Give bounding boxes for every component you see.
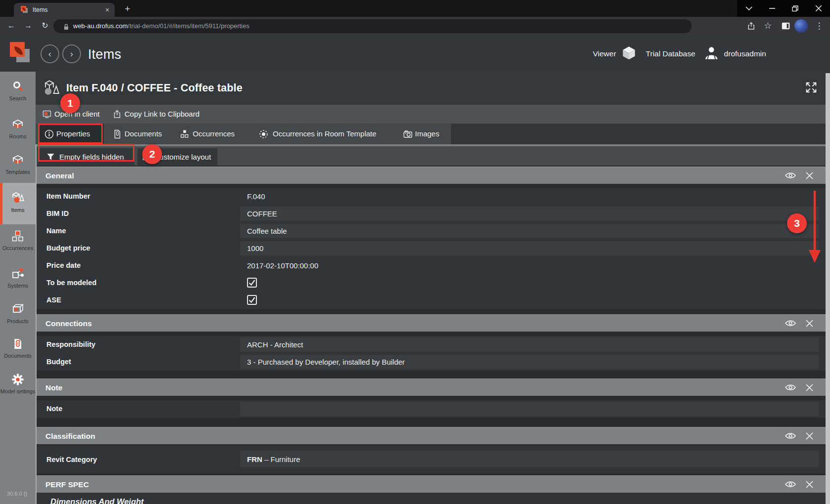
property-row-item-number: Item NumberF.040 <box>37 188 830 205</box>
tab-close-icon[interactable]: ✕ <box>104 6 111 13</box>
sidebar-item-label: Systems <box>0 283 36 289</box>
tab-search-chevron-icon[interactable] <box>737 0 760 17</box>
drofus-logo <box>10 42 39 64</box>
sidebar-item-rooms[interactable]: Rooms <box>0 117 36 148</box>
browser-forward-button[interactable]: → <box>22 19 35 32</box>
side-panel-icon[interactable] <box>779 19 792 33</box>
doc-icon <box>113 129 122 139</box>
section-header-general: General <box>36 167 830 184</box>
property-value-field[interactable] <box>240 224 819 238</box>
property-value-field[interactable] <box>240 337 819 352</box>
section-close-icon[interactable] <box>805 432 814 440</box>
open-in-client-icon <box>42 110 51 119</box>
section-close-icon[interactable] <box>805 319 814 328</box>
tab-label: Occurrences in Room Template <box>273 124 376 144</box>
tab-occurrences-in-room-template[interactable]: Occurrences in Room Template <box>253 124 396 144</box>
documents-icon <box>11 337 24 350</box>
sidebar-item-items[interactable]: Items <box>0 183 36 224</box>
property-value[interactable]: ARCH - Architect <box>247 336 303 353</box>
property-row-bim-id: BIM IDCOFFEE <box>37 205 830 222</box>
browser-tab-strip: Items ✕ + <box>0 0 830 17</box>
tab-documents[interactable]: Documents <box>107 124 171 144</box>
fullscreen-expand-icon[interactable] <box>804 81 818 94</box>
browser-reload-button[interactable]: ↻ <box>39 19 51 32</box>
page-scrollbar[interactable] <box>826 73 830 504</box>
property-label: To be modeled <box>46 274 96 292</box>
new-tab-button[interactable]: + <box>122 3 133 15</box>
property-value[interactable]: FRN – Furniture <box>247 446 300 463</box>
property-value-field[interactable] <box>240 451 819 467</box>
section-close-icon[interactable] <box>805 171 814 180</box>
tab-images[interactable]: Images <box>397 124 476 144</box>
property-row-ase: ASE <box>37 292 830 309</box>
property-label: Note <box>46 400 62 418</box>
eye-visibility-icon[interactable] <box>785 318 796 328</box>
sidebar-item-label: Model settings <box>0 388 36 394</box>
property-value-field[interactable] <box>240 207 819 221</box>
camera-icon <box>403 129 413 139</box>
section-close-icon[interactable] <box>805 383 814 392</box>
property-row-to-be-modeled: To be modeled <box>37 274 830 292</box>
property-value[interactable]: 3 - Purchased by Developer, installed by… <box>247 353 405 371</box>
sidebar-item-products[interactable]: Products <box>0 302 36 333</box>
property-value[interactable]: F.040 <box>247 188 265 205</box>
sidebar-item-occurrences[interactable]: Occurrences <box>0 229 36 259</box>
eye-visibility-icon[interactable] <box>785 170 796 180</box>
sidebar-item-documents[interactable]: Documents <box>0 336 36 367</box>
property-label: BIM ID <box>46 205 69 222</box>
property-label: Revit Category <box>46 446 97 463</box>
window-minimize-icon[interactable] <box>760 0 784 17</box>
search-icon <box>11 80 24 93</box>
section-rows-connections: ResponsibilityARCH - ArchitectBudget3 - … <box>36 336 830 371</box>
sidebar-item-systems[interactable]: Systems <box>0 266 36 297</box>
browser-menu-icon[interactable]: ⋮ <box>812 19 826 33</box>
username-label[interactable]: drofusadmin <box>724 49 766 58</box>
window-close-icon[interactable] <box>807 0 830 17</box>
tab-label: Occurrences <box>193 124 235 144</box>
viewer-cube-icon[interactable] <box>621 45 637 62</box>
property-label: Budget price <box>46 240 90 257</box>
property-value-field[interactable] <box>240 241 819 255</box>
sidebar-item-templates[interactable]: Templates <box>0 153 36 183</box>
annotation-box-properties <box>38 124 103 144</box>
section-rows-note: Note <box>36 400 830 418</box>
checkbox-checked[interactable] <box>247 278 257 288</box>
eye-visibility-icon[interactable] <box>785 382 796 392</box>
sidebar-item-search[interactable]: Search <box>0 79 36 110</box>
sidebar-item-model-settings[interactable]: Model settings <box>0 372 36 408</box>
property-label: ASE <box>46 292 61 309</box>
occurrences-icon <box>11 230 24 243</box>
property-value[interactable]: 1000 <box>247 240 263 257</box>
main-content: Item F.040 / COFFEE - Coffee table Open … <box>36 72 830 504</box>
property-value[interactable]: COFFEE <box>247 205 277 222</box>
user-icon[interactable] <box>704 46 719 62</box>
eye-visibility-icon[interactable] <box>785 479 796 489</box>
section-title: Connections <box>45 315 92 332</box>
items-icon <box>11 191 24 204</box>
section-close-icon[interactable] <box>805 480 814 489</box>
model-settings-icon <box>11 373 24 386</box>
sidebar-item-label: Search <box>0 95 36 101</box>
section-title: Classification <box>45 427 95 445</box>
window-restore-icon[interactable] <box>784 0 807 17</box>
property-label: Price date <box>46 257 81 274</box>
browser-tab[interactable]: Items ✕ <box>14 3 115 17</box>
property-value[interactable]: 2017-02-10T00:00:00 <box>247 257 318 274</box>
eye-visibility-icon[interactable] <box>785 431 796 441</box>
property-label: Responsibility <box>46 336 95 353</box>
bookmark-star-icon[interactable]: ☆ <box>761 19 775 33</box>
property-value-field[interactable] <box>240 402 819 416</box>
profile-avatar[interactable] <box>794 19 808 33</box>
property-row-budget: Budget3 - Purchased by Developer, instal… <box>37 353 830 371</box>
annotation-arrow-down <box>805 188 825 268</box>
share-icon[interactable] <box>744 19 758 33</box>
address-bar[interactable]: web-au.drofus.com/trial-demo/01/#/items/… <box>53 19 692 33</box>
app-back-button[interactable]: ‹ <box>41 44 59 63</box>
checkbox-checked[interactable] <box>247 295 257 305</box>
app-version-label: 30.6.0 () <box>7 491 27 497</box>
copy-link-button[interactable]: Copy Link to Clipboard <box>124 105 200 124</box>
browser-back-button[interactable]: ← <box>5 19 18 32</box>
tab-occurrences[interactable]: Occurrences <box>174 124 238 144</box>
property-value[interactable]: Coffee table <box>247 222 287 240</box>
app-forward-button[interactable]: › <box>62 44 81 63</box>
